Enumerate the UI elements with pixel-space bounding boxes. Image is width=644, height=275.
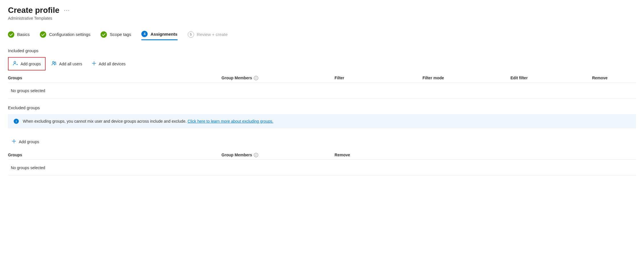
add-all-users-button[interactable]: Add all users: [48, 57, 86, 70]
step-assignments[interactable]: 4 Assignments: [141, 31, 177, 40]
info-box: i When excluding groups, you cannot mix …: [8, 114, 636, 128]
page-title: Create profile: [8, 6, 60, 15]
add-all-devices-button[interactable]: Add all devices: [88, 57, 129, 70]
info-link[interactable]: Click here to learn more about excluding…: [188, 119, 273, 124]
included-empty-row: No groups selected: [8, 86, 636, 98]
svg-point-7: [54, 62, 56, 63]
th-filter-mode: Filter mode: [423, 76, 511, 80]
step-scope-tags[interactable]: Scope tags: [101, 31, 131, 40]
svg-point-0: [8, 31, 14, 38]
step-label: Configuration settings: [49, 32, 90, 37]
add-groups-button[interactable]: Add groups: [8, 57, 46, 70]
svg-point-6: [52, 62, 54, 63]
included-groups-title: Included groups: [8, 48, 636, 53]
info-text: When excluding groups, you cannot mix us…: [23, 119, 273, 124]
th-remove: Remove: [335, 153, 636, 157]
info-icon[interactable]: i: [254, 153, 258, 157]
svg-point-2: [101, 31, 107, 38]
person-add-icon: [13, 60, 18, 67]
th-edit-filter: Edit filter: [510, 76, 592, 80]
svg-point-1: [40, 31, 46, 38]
th-group-members: Group Members i: [221, 76, 335, 80]
step-config-settings[interactable]: Configuration settings: [40, 31, 90, 40]
wizard-steps: Basics Configuration settings Scope tags…: [8, 31, 636, 40]
svg-point-3: [14, 61, 16, 63]
step-label: Assignments: [150, 32, 177, 37]
step-label: Scope tags: [110, 32, 131, 37]
button-label: Add all users: [59, 62, 82, 66]
step-label: Review + create: [197, 32, 228, 37]
check-icon: [8, 31, 14, 38]
page-subtitle: Administrative Templates: [8, 16, 636, 21]
excluded-groups-title: Excluded groups: [8, 105, 636, 110]
th-groups: Groups: [8, 153, 221, 157]
step-review-create[interactable]: 5 Review + create: [188, 31, 228, 40]
check-icon: [101, 31, 107, 38]
step-number-icon: 4: [141, 31, 148, 37]
th-group-members: Group Members i: [221, 153, 335, 157]
info-icon: i: [14, 119, 19, 124]
step-number-icon: 5: [188, 31, 194, 38]
info-icon[interactable]: i: [254, 76, 258, 80]
add-groups-excluded-button[interactable]: Add groups: [8, 136, 43, 147]
excluded-empty-row: No groups selected: [8, 163, 636, 175]
th-groups: Groups: [8, 76, 221, 80]
included-table-header: Groups Group Members i Filter Filter mod…: [8, 76, 636, 83]
button-label: Add all devices: [99, 62, 126, 66]
more-icon[interactable]: ···: [64, 7, 70, 13]
step-label: Basics: [17, 32, 30, 37]
button-label: Add groups: [19, 139, 39, 144]
step-basics[interactable]: Basics: [8, 31, 30, 40]
button-label: Add groups: [21, 62, 41, 66]
included-action-row: Add groups Add all users Add all devices: [8, 57, 636, 70]
th-filter: Filter: [335, 76, 423, 80]
plus-icon: [11, 139, 17, 145]
people-icon: [51, 60, 57, 67]
th-remove: Remove: [592, 76, 636, 80]
excluded-table-header: Groups Group Members i Remove: [8, 153, 636, 160]
check-icon: [40, 31, 46, 38]
plus-icon: [91, 61, 97, 67]
